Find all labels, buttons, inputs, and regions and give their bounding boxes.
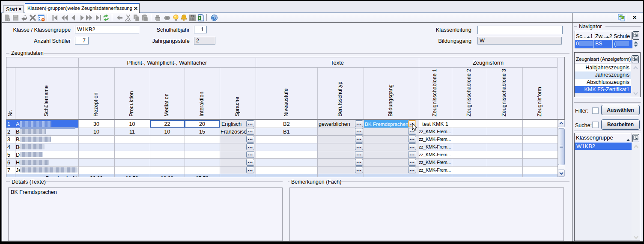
svg-text:?: ? xyxy=(213,15,215,20)
svg-text:TB: TB xyxy=(191,15,195,18)
